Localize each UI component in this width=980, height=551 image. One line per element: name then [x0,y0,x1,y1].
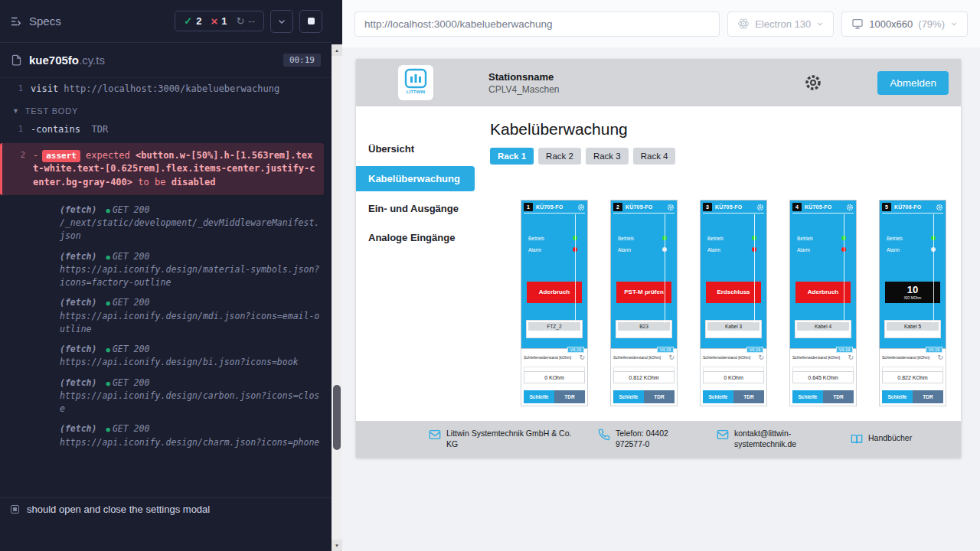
fetch-status: GET 200 [113,377,149,388]
footer-email[interactable]: kontakt@littwin-systemtechnik.de [717,429,828,449]
refresh-circle-icon: ↻ [236,15,244,27]
refresh-icon[interactable]: ↻ [937,355,943,360]
line-number: 1 [0,83,23,96]
test-body-section[interactable]: ▼ TEST BODY [0,99,332,120]
refresh-icon[interactable]: ↻ [668,355,675,360]
screen: Specs ✓2 ×1 ↻-- kue705fo.cy.ts 00:19 [0,0,980,551]
stop-icon [308,18,315,24]
cable-panel: Kabel 4 [795,320,851,338]
network-log-row[interactable]: (fetch)●GET 200 https://api.iconify.desi… [0,245,332,292]
device-settings-button[interactable] [756,204,764,211]
faceplate-divider [575,214,576,323]
tdr-button[interactable]: TDR [554,390,585,403]
reporter-footer-spacer [0,520,332,551]
footer-phone[interactable]: Telefon: 04402 972577-0 [598,429,694,449]
fetch-label: (fetch) [60,251,96,262]
status-text: Aderbruch [808,289,838,296]
schleife-button[interactable]: Schleife [882,390,913,403]
measurement-section: Schleifenwiderstand [kOhm]↻ 0.822 KOhm S… [879,349,946,406]
littwin-logo: LITTWIN [398,65,433,100]
refresh-icon[interactable]: ↻ [848,355,854,360]
chevron-down-icon [816,20,824,28]
tdr-button[interactable]: TDR [823,390,854,403]
spec-file-icon [11,54,22,66]
browser-selector[interactable]: Electron 130 [727,11,834,37]
failed-assert-row[interactable]: 2 -assertexpected <button.w-[50%].h-[1.5… [0,143,324,195]
assert-state: disabled [172,177,216,187]
app-body: Übersicht Kabelüberwachung Ein- und Ausg… [356,106,961,421]
cable-name: Kabel 3 [707,322,760,331]
network-log-row[interactable]: (fetch)●GET 200 https://api.iconify.desi… [0,337,332,371]
section-label: TEST BODY [25,106,78,116]
network-log-row[interactable]: (fetch)●GET 200 https://api.iconify.desi… [0,417,332,451]
device-cards: 1 KÜ705-FO Betrieb Alarm Aderbruch FTZ_2… [521,200,961,406]
scroll-up-button[interactable]: ▲ [332,44,342,56]
schleife-button[interactable]: Schleife [792,390,823,403]
sidebar-item-uebersicht[interactable]: Übersicht [356,137,475,161]
footer-phone-text: Telefon: 04402 972577-0 [616,429,694,449]
spec-row[interactable]: kue705fo.cy.ts 00:19 [0,43,332,78]
device-number: 2 [613,203,622,211]
sidebar-item-kabelueberwachung[interactable]: Kabelüberwachung [356,166,475,191]
device-card: 1 KÜ705-FO Betrieb Alarm Aderbruch FTZ_2… [521,200,588,406]
contains-command-row[interactable]: 1 -contains TDR [0,120,332,139]
refresh-icon[interactable]: ↻ [758,355,764,360]
refresh-icon[interactable]: ↻ [579,355,585,360]
tab-rack-4[interactable]: Rack 4 [633,148,676,165]
device-settings-button[interactable] [846,204,854,211]
schleife-button[interactable]: Schleife [703,390,733,403]
url-bar[interactable]: http://localhost:3000/kabelueberwachung [354,11,720,37]
stop-button[interactable] [299,10,322,33]
viewport-selector[interactable]: 1000x660 (79%) [841,11,968,37]
tdr-button[interactable]: TDR [733,390,764,403]
url-text: http://localhost:3000/kabelueberwachung [364,18,552,30]
fetch-label: (fetch) [60,377,96,388]
status-display: 10ISO MOhm [885,282,940,303]
cable-panel: Kabel 3 [705,320,762,338]
tab-rack-1[interactable]: Rack 1 [490,148,534,165]
fetch-status: GET 200 [113,344,149,354]
assert-tobe: to be [138,177,165,187]
alarm-label: Alarm [797,247,810,253]
assert-badge: assert [42,150,80,162]
betrieb-label: Betrieb [707,236,724,241]
network-log-row[interactable]: (fetch)●GET 200 /_next/static/developmen… [0,198,332,245]
station-value: CPLV4_Maschen [488,84,560,95]
device-number: 5 [882,203,891,211]
network-log-row[interactable]: (fetch)●GET 200 https://api.iconify.desi… [0,371,332,418]
scroll-down-button[interactable]: ▼ [332,540,342,551]
footer-manuals[interactable]: Handbücher [851,433,912,445]
tab-rack-3[interactable]: Rack 3 [586,148,629,165]
contains-command: -contains [31,124,80,135]
tdr-button[interactable]: TDR [644,390,675,403]
electron-icon [737,18,750,30]
schleife-button[interactable]: Schleife [613,390,644,403]
device-number: 1 [524,203,533,211]
test-icon [11,505,19,514]
visit-command-row[interactable]: 1 visit http://localhost:3000/kabelueber… [0,80,332,99]
settings-button[interactable] [804,73,822,92]
tab-rack-2[interactable]: Rack 2 [538,148,581,165]
collapse-button[interactable] [270,10,293,33]
schleife-button[interactable]: Schleife [524,390,554,403]
next-test-row[interactable]: should open and close the settings modal [0,497,332,520]
logout-button[interactable]: Abmelden [877,71,949,95]
measure-label: Schleifenwiderstand [kOhm] [792,355,840,360]
sidebar-item-analoge-eingaenge[interactable]: Analoge Eingänge [356,226,475,249]
reporter-scrollbar[interactable]: ▲ ▼ [332,44,342,551]
device-settings-button[interactable] [936,204,943,211]
device-settings-button[interactable] [667,204,675,211]
scrollbar-thumb[interactable] [333,385,341,450]
cable-panel: Kabel 5 [884,320,941,338]
cypress-reporter: Specs ✓2 ×1 ↻-- kue705fo.cy.ts 00:19 [0,0,342,551]
measure-value: 0 KOhm [524,371,585,383]
network-log-row[interactable]: (fetch)●GET 200 https://api.iconify.desi… [0,291,332,337]
sidebar-item-ein-und-ausgaenge[interactable]: Ein- und Ausgänge [356,197,475,220]
device-card: 2 KÜ705-FO Betrieb Alarm PST-M prüfen B2… [610,200,678,406]
contains-arg: TDR [91,124,108,135]
measure-label: Schleifenwiderstand [kOhm] [882,355,929,360]
device-settings-button[interactable] [577,204,585,211]
tdr-button[interactable]: TDR [913,390,943,403]
specs-button[interactable]: Specs [9,15,61,28]
mail-icon [429,429,441,441]
